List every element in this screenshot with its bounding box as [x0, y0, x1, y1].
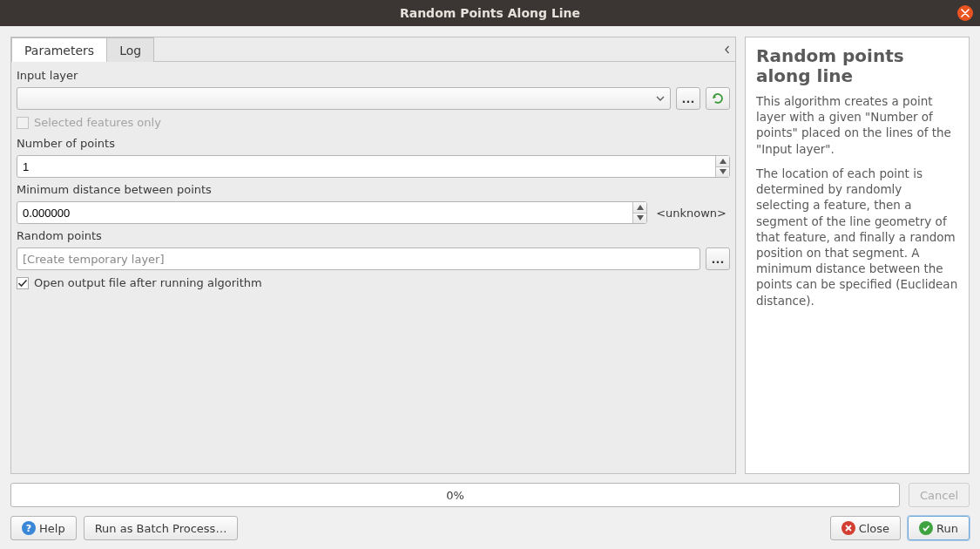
chevron-left-icon[interactable] — [723, 45, 732, 54]
close-button-label: Close — [859, 522, 889, 535]
min-dist-up[interactable] — [633, 202, 646, 214]
open-after-row: Open output file after running algorithm — [17, 274, 730, 292]
open-after-label: Open output file after running algorithm — [34, 276, 262, 289]
close-icon[interactable] — [957, 5, 973, 21]
output-label: Random points — [17, 227, 730, 244]
window-title: Random Points Along Line — [400, 6, 580, 20]
num-points-up[interactable] — [716, 156, 729, 167]
run-button[interactable]: Run — [908, 516, 970, 540]
min-dist-label: Minimum distance between points — [17, 181, 730, 198]
bottom-button-row: ? Help Run as Batch Process… Close Run — [10, 516, 970, 540]
input-layer-iterate-button[interactable] — [706, 87, 730, 110]
tab-log[interactable]: Log — [106, 37, 154, 62]
progress-bar: 0% — [10, 483, 900, 507]
help-title: Random points along line — [756, 46, 958, 86]
input-layer-label: Input layer — [17, 67, 730, 84]
num-points-row — [17, 155, 730, 178]
tab-parameters[interactable]: Parameters — [11, 37, 107, 62]
tabs-row: Parameters Log — [11, 37, 735, 62]
min-dist-spinbuttons — [632, 202, 646, 223]
input-layer-row: ... — [17, 87, 730, 110]
min-dist-down[interactable] — [633, 214, 646, 224]
upper-area: Parameters Log Input layer ... — [10, 37, 970, 474]
selected-only-checkbox — [17, 117, 29, 129]
input-layer-combo[interactable] — [17, 87, 671, 110]
parameters-panel: Parameters Log Input layer ... — [10, 37, 736, 474]
tabs-overflow — [154, 37, 735, 62]
num-points-down[interactable] — [716, 167, 729, 178]
dialog-window: Spatial Bookmarks Random Points Along Li… — [0, 0, 980, 549]
min-dist-input[interactable] — [17, 202, 632, 223]
output-row: [Create temporary layer] ... — [17, 247, 730, 270]
bottom-left-group: ? Help Run as Batch Process… — [10, 516, 238, 540]
num-points-spinbuttons — [715, 156, 729, 177]
cancel-button: Cancel — [909, 483, 970, 507]
run-button-label: Run — [936, 522, 958, 535]
titlebar: Random Points Along Line — [0, 0, 980, 26]
output-browse-button[interactable]: ... — [706, 247, 730, 270]
refresh-icon — [711, 92, 725, 105]
form-area: Input layer ... Selected features only — [11, 62, 735, 473]
close-button[interactable]: Close — [830, 516, 901, 540]
num-points-input[interactable] — [17, 156, 715, 177]
input-layer-browse-button[interactable]: ... — [676, 87, 700, 110]
chevron-down-icon — [656, 94, 665, 103]
num-points-spinbox[interactable] — [17, 155, 730, 178]
help-button-label: Help — [39, 522, 65, 535]
help-button[interactable]: ? Help — [10, 516, 77, 540]
check-circle-icon — [919, 521, 933, 535]
selected-only-label: Selected features only — [34, 116, 161, 129]
help-para-1: This algorithm creates a point layer wit… — [756, 93, 958, 157]
check-icon — [17, 278, 28, 288]
close-x-icon — [841, 521, 855, 535]
progress-row: 0% Cancel — [10, 483, 970, 507]
selected-only-row: Selected features only — [17, 113, 730, 132]
help-panel: Random points along line This algorithm … — [745, 37, 970, 474]
bottom-right-group: Close Run — [830, 516, 970, 540]
help-icon: ? — [22, 521, 36, 535]
min-dist-row: <unknown> — [17, 201, 730, 224]
open-after-checkbox[interactable] — [17, 277, 29, 289]
help-para-2: The location of each point is determined… — [756, 166, 958, 308]
batch-button[interactable]: Run as Batch Process… — [84, 516, 239, 540]
dialog-body: Parameters Log Input layer ... — [0, 26, 980, 549]
min-dist-unit: <unknown> — [652, 201, 730, 224]
num-points-label: Number of points — [17, 135, 730, 152]
min-dist-spinbox[interactable] — [17, 201, 647, 224]
output-input[interactable]: [Create temporary layer] — [17, 247, 700, 270]
